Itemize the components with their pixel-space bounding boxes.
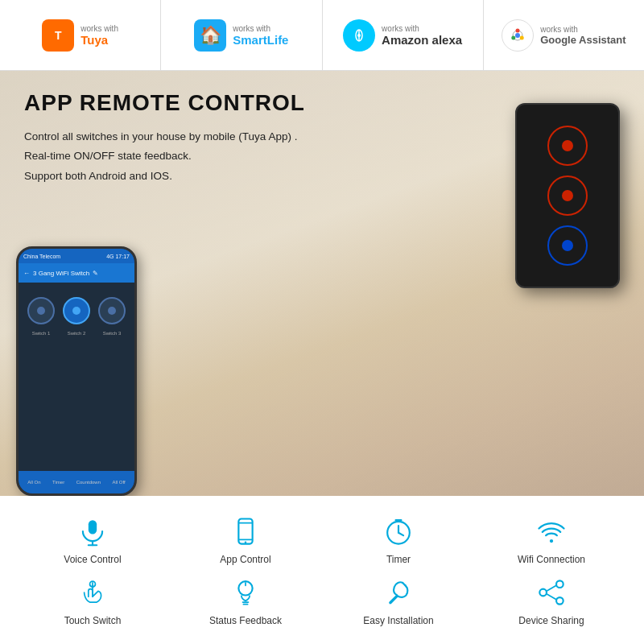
svg-line-30 <box>547 585 556 591</box>
features-section: Voice Control App Control <box>0 496 644 644</box>
switch-btn-1[interactable] <box>27 297 55 324</box>
signal-label: 4G 17:17 <box>106 254 130 259</box>
feature-easy-installation: Easy Installation <box>330 575 467 626</box>
svg-line-31 <box>547 594 556 600</box>
clock-icon <box>381 514 416 549</box>
feature-app-control: App Control <box>177 514 314 565</box>
back-arrow: ← <box>23 270 30 277</box>
voice-control-label: Voice Control <box>64 554 121 565</box>
svg-point-27 <box>556 580 564 588</box>
svg-point-8 <box>515 33 520 38</box>
switch-btn-2[interactable] <box>63 297 90 324</box>
switch-dot-3 <box>108 307 116 315</box>
phone-switches <box>23 297 130 324</box>
phone-status-bar: China Telecom 4G 17:17 <box>19 249 134 263</box>
hand-icon <box>75 575 110 610</box>
switch-label-1: Switch 1 <box>27 331 55 336</box>
google-icon <box>502 19 534 52</box>
device-sharing-label: Device Sharing <box>518 615 584 626</box>
bottom-btn-timer[interactable]: Timer <box>52 480 64 485</box>
bottom-btn-alloff[interactable]: All Off <box>113 480 126 485</box>
switch-btn-3[interactable] <box>98 297 126 324</box>
phone-nav: ← 3 Gang WiFi Switch ✎ <box>19 263 134 283</box>
switch-labels: Switch 1 Switch 2 Switch 3 <box>23 331 130 336</box>
feature-wifi-connection: Wifi Connection <box>483 514 620 565</box>
smartlife-icon: 🏠 <box>194 19 226 52</box>
badge-alexa: works with Amazon alexa <box>323 0 484 70</box>
switch-circle-2[interactable] <box>547 175 588 216</box>
tuya-brand-label: Tuya <box>80 33 118 47</box>
microphone-icon <box>75 514 110 549</box>
switch-circle-1[interactable] <box>547 126 588 166</box>
svg-point-28 <box>539 589 547 597</box>
tuya-works-label: works with <box>80 24 118 33</box>
svg-point-15 <box>245 542 247 544</box>
feature-status-feedback: Status Feedback <box>177 575 314 626</box>
svg-point-5 <box>516 28 520 32</box>
svg-point-6 <box>520 35 524 39</box>
alexa-brand-label: Amazon alexa <box>382 33 462 47</box>
svg-point-21 <box>550 539 553 543</box>
easy-installation-label: Easy Installation <box>363 615 433 626</box>
phone-bottom-bar: All On Timer Countdown All Off <box>19 471 134 493</box>
switch-inner-1 <box>562 140 573 151</box>
touch-switch-label: Touch Switch <box>64 615 122 626</box>
phone-main: Switch 1 Switch 2 Switch 3 <box>19 283 134 471</box>
switch-circle-3[interactable] <box>547 225 588 266</box>
wifi-icon <box>534 514 569 549</box>
phone-app-title: 3 Gang WiFi Switch <box>33 270 89 277</box>
svg-point-29 <box>556 597 564 605</box>
google-works-label: works with <box>540 25 625 34</box>
tuya-text: works with Tuya <box>80 24 118 47</box>
bottom-btn-countdown[interactable]: Countdown <box>76 480 101 485</box>
svg-point-3 <box>357 34 361 37</box>
svg-point-7 <box>511 35 515 39</box>
share-icon <box>534 575 569 610</box>
bulb-icon <box>228 575 263 610</box>
wrench-icon <box>381 575 416 610</box>
phone-screen: China Telecom 4G 17:17 ← 3 Gang WiFi Swi… <box>19 249 134 493</box>
switch-dot-1 <box>37 307 45 315</box>
feature-touch-switch: Touch Switch <box>24 575 161 626</box>
alexa-icon <box>343 19 375 52</box>
smart-switch-device <box>515 103 620 288</box>
app-control-label: App Control <box>220 554 270 565</box>
badges-row: T works with Tuya 🏠 works with SmartLife… <box>0 0 644 71</box>
features-row-2: Touch Switch Status Feedback <box>0 575 644 626</box>
main-section: APP REMOTE CONTROL Control all switches … <box>0 71 644 496</box>
timer-label: Timer <box>386 554 411 565</box>
feature-timer: Timer <box>330 514 467 565</box>
svg-rect-9 <box>89 520 97 534</box>
bottom-btn-allon[interactable]: All On <box>27 480 40 485</box>
phone-mockup: China Telecom 4G 17:17 ← 3 Gang WiFi Swi… <box>16 246 137 496</box>
alexa-text: works with Amazon alexa <box>382 24 462 47</box>
switch-label-3: Switch 3 <box>98 331 126 336</box>
smartphone-icon <box>228 514 263 549</box>
status-feedback-label: Status Feedback <box>209 615 282 626</box>
google-brand-label: Google Assistant <box>540 34 625 46</box>
badge-google: works with Google Assistant <box>484 0 644 70</box>
features-row-1: Voice Control App Control <box>0 514 644 565</box>
badge-tuya: T works with Tuya <box>0 0 161 70</box>
switch-label-2: Switch 2 <box>63 331 90 336</box>
feature-device-sharing: Device Sharing <box>483 575 620 626</box>
smartlife-works-label: works with <box>233 24 288 33</box>
switch-dot-2 <box>72 307 80 315</box>
badge-smartlife: 🏠 works with SmartLife <box>161 0 322 70</box>
edit-icon: ✎ <box>93 270 98 277</box>
svg-line-18 <box>398 533 403 535</box>
alexa-works-label: works with <box>382 24 462 33</box>
tuya-icon: T <box>42 19 74 52</box>
switch-inner-2 <box>562 190 573 201</box>
carrier-label: China Telecom <box>23 254 60 259</box>
phone-outer: China Telecom 4G 17:17 ← 3 Gang WiFi Swi… <box>16 246 137 496</box>
smartlife-brand-label: SmartLife <box>233 33 288 47</box>
switch-inner-3 <box>562 240 573 251</box>
google-text: works with Google Assistant <box>540 25 625 46</box>
smartlife-text: works with SmartLife <box>233 24 288 47</box>
feature-voice-control: Voice Control <box>24 514 161 565</box>
wifi-connection-label: Wifi Connection <box>518 554 585 565</box>
